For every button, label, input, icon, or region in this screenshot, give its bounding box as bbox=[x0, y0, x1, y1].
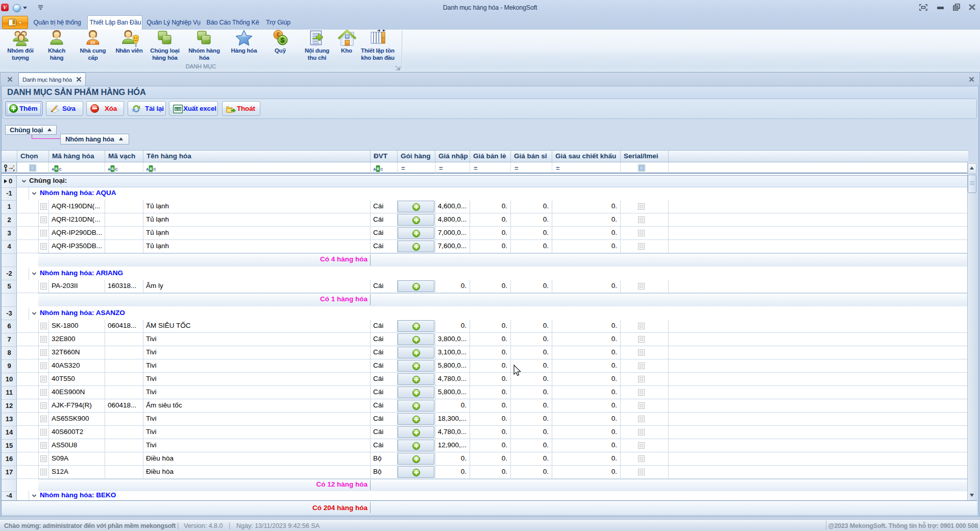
svg-text:C: C bbox=[59, 167, 61, 171]
svg-text:XLSX: XLSX bbox=[175, 108, 182, 111]
svg-text:A: A bbox=[373, 167, 376, 171]
svg-text:C: C bbox=[115, 167, 117, 171]
svg-text:C: C bbox=[153, 167, 156, 171]
svg-text:A: A bbox=[146, 167, 149, 171]
svg-text:A: A bbox=[52, 167, 54, 171]
svg-text:B: B bbox=[150, 167, 152, 171]
svg-text:C: C bbox=[380, 167, 383, 171]
svg-text:B: B bbox=[55, 167, 58, 171]
svg-text:B: B bbox=[111, 167, 114, 171]
svg-text:B: B bbox=[377, 167, 379, 171]
svg-text:DX: DX bbox=[90, 41, 95, 44]
svg-text:A: A bbox=[108, 167, 110, 171]
svg-text:$: $ bbox=[281, 37, 284, 44]
